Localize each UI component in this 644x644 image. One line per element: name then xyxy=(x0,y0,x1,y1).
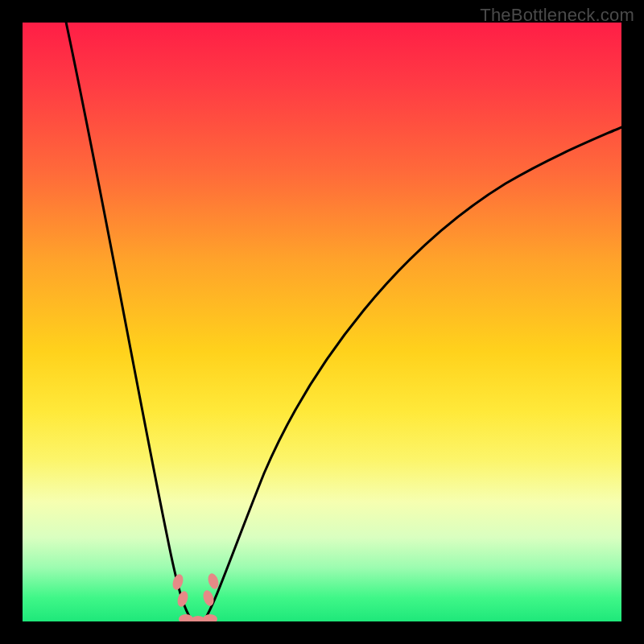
marker-group xyxy=(171,572,221,621)
bottleneck-curve xyxy=(23,23,621,621)
marker-left-lower xyxy=(175,590,190,609)
watermark-text: TheBottleneck.com xyxy=(480,5,634,26)
chart-frame: TheBottleneck.com xyxy=(0,0,644,644)
marker-floor-c xyxy=(203,614,217,621)
plot-area xyxy=(23,23,621,621)
curve-right-branch xyxy=(204,127,621,620)
marker-left-upper xyxy=(171,573,185,592)
curve-left-branch xyxy=(64,23,192,620)
